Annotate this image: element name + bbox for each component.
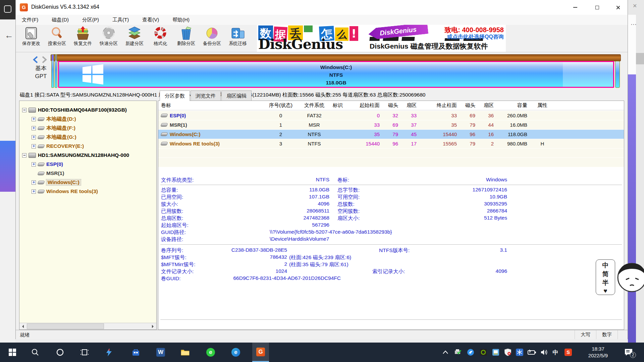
tree-item-local-g[interactable]: +本地磁盘(G:) <box>19 133 157 141</box>
word-app-button[interactable]: W <box>152 343 169 362</box>
resize-grip[interactable] <box>618 330 628 339</box>
taskbar-clock[interactable]: 18:37 2022/5/9 <box>582 343 614 362</box>
menu-disk[interactable]: 磁盘(D) <box>50 16 71 24</box>
col-start-cylinder[interactable]: 起始柱面 <box>350 101 383 110</box>
tree-item-esp[interactable]: +ESP(0) <box>19 160 157 169</box>
new-partition-button[interactable]: 新建分区 <box>122 25 147 52</box>
start-button[interactable] <box>4 343 21 362</box>
col-end-cylinder[interactable]: 终止柱面 <box>420 101 460 110</box>
edge-button[interactable]: e <box>227 343 244 362</box>
tray-battery[interactable] <box>526 343 538 362</box>
tab-partition-params[interactable]: 分区参数 <box>160 90 190 101</box>
tree-item-recovery-e[interactable]: +RECOVERY(E:) <box>19 142 157 150</box>
ime-halfwidth-mode[interactable]: 半 <box>602 279 609 287</box>
recover-files-button[interactable]: 恢复文件 <box>70 25 96 52</box>
store-app-button[interactable] <box>127 343 144 362</box>
expand-icon[interactable]: + <box>32 144 36 148</box>
menu-partition[interactable]: 分区(P) <box>80 16 101 24</box>
col-end-sector[interactable]: 扇区 <box>479 101 497 110</box>
ime-floating-widget[interactable]: 中 简 半 ♥ <box>596 259 644 296</box>
tab-sector-edit[interactable]: 扇区编辑 <box>221 90 252 101</box>
expand-icon[interactable]: + <box>32 117 36 121</box>
heart-icon[interactable]: ♥ <box>603 287 607 295</box>
disk-nav-arrows[interactable] <box>32 56 49 64</box>
format-button[interactable]: 格式化 <box>148 25 173 52</box>
browser-360-button[interactable]: e <box>202 343 219 362</box>
system-migrate-button[interactable]: 系统迁移 <box>225 25 251 52</box>
tray-snowflake[interactable] <box>514 343 525 362</box>
tree-item-local-d[interactable]: +本地磁盘(D:) <box>19 115 157 123</box>
col-start-sector[interactable]: 扇区 <box>401 101 420 110</box>
col-attr[interactable]: 属性 <box>531 101 554 110</box>
partition-row-windows-c-selected[interactable]: Windows(C:) 2 NTFS 35 79 45 15440 96 16 … <box>158 130 624 139</box>
notification-center-button[interactable]: 2 <box>620 343 637 362</box>
tree-item-local-f[interactable]: +本地磁盘(F:) <box>19 124 157 132</box>
ime-chinese-mode[interactable]: 中 <box>602 261 609 270</box>
expand-icon[interactable]: + <box>32 180 36 185</box>
tray-tim[interactable] <box>465 343 476 362</box>
col-capacity[interactable]: 容量 <box>497 101 531 110</box>
minimize-button[interactable] <box>566 0 585 15</box>
tray-volume[interactable] <box>539 343 550 362</box>
partition-row-winre[interactable]: Windows RE tools(3) 3 NTFS 15440 96 17 1… <box>158 139 624 148</box>
back-arrow-icon[interactable] <box>5 30 13 41</box>
menu-help[interactable]: 帮助(H) <box>170 16 192 24</box>
expand-icon[interactable]: + <box>32 135 36 139</box>
tree-item-hd0[interactable]: −HD0:TOSHIBAMQ04ABF100(932GB) <box>19 106 157 114</box>
col-volume[interactable]: 卷标 <box>158 101 266 110</box>
expand-icon[interactable]: + <box>32 189 36 194</box>
msr-partition-strip[interactable] <box>55 54 57 88</box>
tray-nvidia[interactable] <box>478 343 489 362</box>
maximize-button[interactable] <box>587 0 607 15</box>
quick-partition-button[interactable]: 快速分区 <box>96 25 121 52</box>
ime-simplified-mode[interactable]: 简 <box>602 270 609 279</box>
close-button[interactable] <box>608 0 628 15</box>
thunder-app-button[interactable] <box>101 343 117 362</box>
tray-security-shield[interactable] <box>502 343 514 362</box>
partition-row-msr[interactable]: MSR(1) 1 MSR 33 69 37 35 79 44 16.0MB <box>158 120 624 129</box>
menu-view[interactable]: 查看(V) <box>140 16 161 24</box>
save-changes-button[interactable]: 保存更改 <box>18 25 44 52</box>
diskgenius-taskbar-button[interactable]: G <box>252 343 269 362</box>
scrollbar-thumb[interactable] <box>27 323 104 329</box>
collapse-icon[interactable]: − <box>22 153 26 158</box>
menu-file[interactable]: 文件(F) <box>20 16 40 24</box>
tree-item-hd1[interactable]: −HD1:SAMSUNGMZNLN128HAHQ-000 <box>19 151 157 160</box>
strip-cap <box>52 55 54 61</box>
winre-partition-strip[interactable] <box>615 61 620 88</box>
search-partition-button[interactable]: 搜索分区 <box>44 25 70 52</box>
banner-qq-link[interactable]: 或点击此处选择QQ咨询 <box>447 34 504 41</box>
expand-icon[interactable]: + <box>32 126 36 130</box>
ad-banner[interactable]: 数 据 丢 怎 么 ! DiskGenius DiskGenius 致电: 40… <box>257 25 506 52</box>
taskbar-search-button[interactable] <box>27 343 44 362</box>
col-tag[interactable]: 标识 <box>333 101 350 110</box>
tray-sogou[interactable]: S <box>562 343 574 362</box>
windows-c-partition-block[interactable]: Windows(C:) NTFS 118.0GB <box>58 61 614 88</box>
partition-row-esp[interactable]: ESP(0) 0 FAT32 0 32 33 33 69 36 260.0MB <box>158 111 624 120</box>
esp-partition-strip[interactable] <box>51 54 54 88</box>
tray-intel-graphics[interactable] <box>490 343 501 362</box>
cortana-button[interactable] <box>52 343 68 362</box>
tray-chevron-button[interactable] <box>440 343 451 362</box>
collapse-icon[interactable]: − <box>22 108 26 112</box>
ime-status-bar[interactable]: 中 简 半 ♥ <box>596 259 615 295</box>
tree-item-windows-c[interactable]: +Windows(C:) <box>19 178 157 187</box>
tray-printer[interactable] <box>452 343 464 362</box>
col-filesystem[interactable]: 文件系统 <box>296 101 333 110</box>
scroll-right-button[interactable] <box>150 323 156 329</box>
menu-tools[interactable]: 工具(T) <box>110 16 131 24</box>
tray-ime-indicator[interactable]: 中 <box>550 343 561 362</box>
task-view-button[interactable] <box>76 343 93 362</box>
col-index[interactable]: 序号(状态) <box>266 101 296 110</box>
col-start-head[interactable]: 磁头 <box>383 101 401 110</box>
tree-horizontal-scrollbar[interactable] <box>19 323 156 329</box>
tree-item-msr[interactable]: MSR(1) <box>19 169 157 178</box>
backup-partition-button[interactable]: 备份分区 <box>199 25 225 52</box>
tab-browse-files[interactable]: 浏览文件 <box>191 90 221 101</box>
col-end-head[interactable]: 磁头 <box>460 101 479 110</box>
scroll-left-button[interactable] <box>19 323 26 329</box>
expand-icon[interactable]: + <box>32 162 36 167</box>
delete-partition-button[interactable]: 删除分区 <box>173 25 199 52</box>
file-explorer-button[interactable] <box>177 343 194 362</box>
tree-item-winre[interactable]: +Windows RE tools(3) <box>19 187 157 196</box>
